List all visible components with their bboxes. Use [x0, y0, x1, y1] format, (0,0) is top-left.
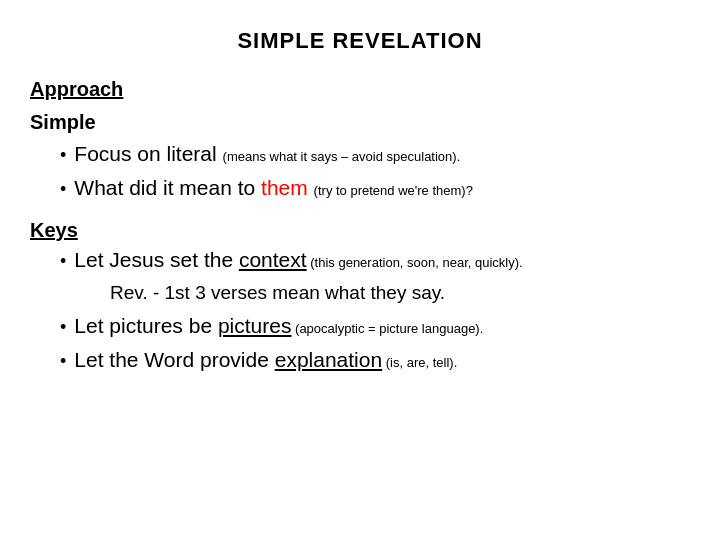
bullet-what-text: What did it mean to them (try to pretend…	[74, 174, 473, 202]
them-red: them	[261, 176, 308, 199]
bullet-dot-2: •	[60, 179, 66, 200]
bullet-focus-literal: • Focus on literal (means what it says –…	[30, 140, 690, 168]
bullet-dot-3: •	[60, 251, 66, 272]
page-title: SIMPLE REVELATION	[30, 28, 690, 54]
explanation-large-before: Let the Word provide	[74, 348, 274, 371]
pictures-small: (apocalyptic = picture language).	[291, 321, 483, 336]
bullet-dot-1: •	[60, 145, 66, 166]
pictures-underline: pictures	[218, 314, 292, 337]
bullet-pictures-text: Let pictures be pictures (apocalyptic = …	[74, 312, 483, 340]
context-small: (this generation, soon, near, quickly).	[307, 255, 523, 270]
sub-item-rev: Rev. - 1st 3 verses mean what they say.	[30, 280, 690, 306]
keys-heading: Keys	[30, 219, 690, 242]
bullet-focus-text: Focus on literal (means what it says – a…	[74, 140, 460, 168]
keys-bullets: • Let Jesus set the context (this genera…	[30, 246, 690, 381]
approach-heading: Approach	[30, 78, 690, 101]
explanation-underline: explanation	[275, 348, 382, 371]
simple-heading: Simple	[30, 111, 690, 134]
bullet-explanation-text: Let the Word provide explanation (is, ar…	[74, 346, 457, 374]
bullet-context-text: Let Jesus set the context (this generati…	[74, 246, 522, 274]
focus-large: Focus on literal	[74, 142, 222, 165]
rev-text: Rev. - 1st 3 verses mean what they say.	[110, 282, 445, 303]
pictures-large-before: Let pictures be	[74, 314, 218, 337]
what-small: (try to pretend we're them)?	[314, 183, 473, 198]
context-large-before: Let Jesus set the	[74, 248, 239, 271]
bullet-dot-4: •	[60, 317, 66, 338]
page: SIMPLE REVELATION Approach Simple • Focu…	[0, 0, 720, 540]
explanation-small: (is, are, tell).	[382, 355, 457, 370]
bullet-explanation: • Let the Word provide explanation (is, …	[30, 346, 690, 374]
bullet-pictures: • Let pictures be pictures (apocalyptic …	[30, 312, 690, 340]
focus-small: (means what it says – avoid speculation)…	[223, 149, 461, 164]
bullet-what-mean: • What did it mean to them (try to prete…	[30, 174, 690, 202]
bullet-context: • Let Jesus set the context (this genera…	[30, 246, 690, 274]
approach-bullets: • Focus on literal (means what it says –…	[30, 140, 690, 209]
what-large-before: What did it mean to	[74, 176, 261, 199]
spacer-1	[30, 209, 690, 213]
context-underline: context	[239, 248, 307, 271]
bullet-dot-5: •	[60, 351, 66, 372]
